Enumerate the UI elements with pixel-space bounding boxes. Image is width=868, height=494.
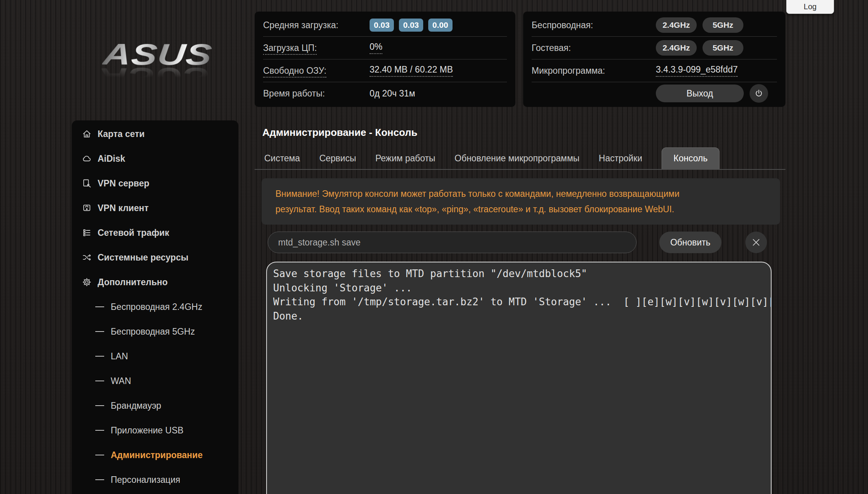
dash-icon: [95, 455, 104, 455]
sidebar-subitem-personalization[interactable]: Персонализация: [72, 467, 238, 492]
sidebar-subitem-wireless-24[interactable]: Беспроводная 2.4GHz: [72, 294, 238, 319]
close-icon: [751, 237, 761, 247]
tab-bar: Система Сервисы Режим работы Обновление …: [255, 147, 785, 170]
sidebar-item-label: Дополнительно: [98, 277, 167, 288]
tab-console[interactable]: Консоль: [662, 147, 719, 169]
sidebar-subitem-usb-application[interactable]: Приложение USB: [72, 418, 238, 443]
asus-logo: ASUS: [101, 37, 214, 72]
traffic-list-icon: [82, 228, 92, 238]
warning-line-1: Внимание! Эмулятор консоли может работат…: [275, 186, 766, 201]
dash-icon: [95, 331, 104, 332]
sidebar-item-advanced[interactable]: Дополнительно: [72, 270, 238, 294]
console-line: Save storage files to MTD partition "/de…: [273, 267, 771, 281]
dash-icon: [95, 381, 104, 381]
tab-operation-mode[interactable]: Режим работы: [375, 153, 435, 164]
warning-line-2: результат. Ввод таких команд как «top», …: [275, 201, 766, 217]
console-output[interactable]: Save storage files to MTD partition "/de…: [266, 262, 772, 494]
console-warning: Внимание! Эмулятор консоли может работат…: [262, 178, 780, 225]
sidebar-subitem-administration[interactable]: Администрирование: [72, 443, 238, 467]
main-content: Администрирование - Консоль Система Серв…: [255, 0, 785, 494]
tab-settings[interactable]: Настройки: [599, 153, 642, 164]
sidebar-nav: Карта сети AiDisk VPN сервер VPN клиент …: [72, 120, 238, 494]
sidebar-item-label: Карта сети: [98, 129, 145, 139]
sidebar-item-label: Системные ресурсы: [98, 252, 188, 263]
console-line: Done.: [273, 309, 771, 323]
page-title: Администрирование - Консоль: [262, 127, 417, 139]
dash-icon: [95, 356, 104, 357]
dash-icon: [95, 306, 104, 307]
dash-icon: [95, 430, 104, 431]
vpn-client-icon: [82, 203, 92, 213]
sidebar-subitem-label: Персонализация: [111, 475, 180, 485]
sidebar-item-label: VPN сервер: [98, 178, 149, 189]
tab-services[interactable]: Сервисы: [319, 153, 356, 164]
sidebar-subitem-wan[interactable]: WAN: [72, 369, 238, 393]
sidebar-subitem-lan[interactable]: LAN: [72, 344, 238, 369]
gear-icon: [82, 277, 92, 287]
tab-system[interactable]: Система: [264, 153, 300, 164]
sidebar-subitem-label: Приложение USB: [111, 425, 184, 436]
sidebar-item-network-map[interactable]: Карта сети: [72, 122, 238, 146]
close-button[interactable]: [745, 232, 767, 253]
sidebar-subitem-label: Администрирование: [111, 450, 203, 460]
shuffle-icon: [82, 252, 92, 262]
sidebar-subitem-label: Беспроводная 5GHz: [111, 327, 195, 337]
sidebar-item-vpn-server[interactable]: VPN сервер: [72, 171, 238, 196]
dash-icon: [95, 405, 104, 406]
dash-icon: [95, 479, 104, 480]
sidebar-item-vpn-client[interactable]: VPN клиент: [72, 196, 238, 220]
router-admin-page: Log ASUS Средняя загрузка: 0.03 0.03 0.0…: [0, 0, 868, 494]
sidebar-subitem-label: LAN: [111, 351, 128, 362]
sidebar-subitem-wireless-5[interactable]: Беспроводная 5GHz: [72, 319, 238, 344]
sidebar-item-label: Сетевой трафик: [98, 228, 169, 238]
home-icon: [82, 129, 92, 139]
console-line: Writing from '/tmp/storage.tar.bz2' to M…: [273, 295, 771, 309]
sidebar-subitem-label: Брандмауэр: [111, 401, 161, 411]
sidebar-item-aidisk[interactable]: AiDisk: [72, 146, 238, 171]
console-line: Unlocking 'Storage' ...: [273, 281, 771, 295]
sidebar-item-label: AiDisk: [98, 154, 125, 164]
sidebar-item-system-resources[interactable]: Системные ресурсы: [72, 245, 238, 270]
sidebar-subitem-label: Беспроводная 2.4GHz: [111, 302, 202, 312]
sidebar-item-label: VPN клиент: [98, 203, 149, 213]
sidebar-subitem-firewall[interactable]: Брандмауэр: [72, 393, 238, 418]
sidebar-subitem-label: WAN: [111, 376, 131, 386]
sidebar-item-network-traffic[interactable]: Сетевой трафик: [72, 220, 238, 245]
cloud-icon: [82, 154, 92, 164]
tab-firmware-upgrade[interactable]: Обновление микропрограммы: [454, 153, 579, 164]
refresh-button[interactable]: Обновить: [659, 232, 721, 253]
command-input[interactable]: [268, 232, 637, 253]
vpn-server-icon: [82, 178, 92, 188]
log-button[interactable]: Log: [786, 0, 834, 14]
